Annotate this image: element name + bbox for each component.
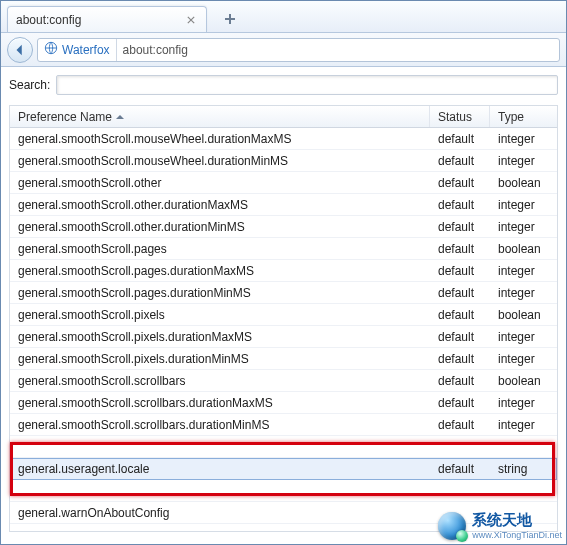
- watermark-icon: [438, 512, 466, 540]
- pref-name: general.smoothScroll.scrollbars.duration…: [10, 396, 430, 410]
- pref-name: general.smoothScroll.mouseWheel.duration…: [10, 154, 430, 168]
- pref-type: string: [490, 462, 557, 476]
- pref-name: general.useragent.locale: [10, 462, 430, 476]
- sort-ascending-icon: [112, 110, 124, 124]
- preference-row[interactable]: general.smoothScroll.pixels.durationMinM…: [10, 348, 557, 370]
- address-bar[interactable]: Waterfox about:config: [37, 38, 560, 62]
- watermark-url: www.XiTongTianDi.net: [472, 530, 562, 540]
- tab-title: about:config: [16, 13, 184, 27]
- pref-type: integer: [490, 330, 557, 344]
- navigation-toolbar: Waterfox about:config: [1, 33, 566, 67]
- pref-name: general.smoothScroll.mouseWheel.duration…: [10, 132, 430, 146]
- pref-name: general.smoothScroll.pixels: [10, 308, 430, 322]
- pref-status: default: [430, 132, 490, 146]
- pref-name: general.smoothScroll.pages: [10, 242, 430, 256]
- pref-type: boolean: [490, 242, 557, 256]
- pref-name: general.smoothScroll.other.durationMinMS: [10, 220, 430, 234]
- identity-label: Waterfox: [62, 43, 110, 57]
- pref-status: default: [430, 198, 490, 212]
- pref-status: default: [430, 154, 490, 168]
- pref-status: default: [430, 176, 490, 190]
- pref-name: general.smoothScroll.pixels.durationMinM…: [10, 352, 430, 366]
- column-preference-name[interactable]: Preference Name: [10, 106, 430, 127]
- pref-status: default: [430, 286, 490, 300]
- pref-type: boolean: [490, 308, 557, 322]
- pref-type: integer: [490, 198, 557, 212]
- pref-name: general.smoothScroll.other: [10, 176, 430, 190]
- table-body: general.smoothScroll.mouseWheel.duration…: [10, 128, 557, 524]
- pref-status: default: [430, 264, 490, 278]
- preference-row-obscured: [10, 480, 557, 502]
- pref-type: boolean: [490, 374, 557, 388]
- globe-icon: [44, 41, 58, 58]
- pref-type: integer: [490, 132, 557, 146]
- pref-type: integer: [490, 352, 557, 366]
- pref-name: general.smoothScroll.scrollbars.duration…: [10, 418, 430, 432]
- column-type[interactable]: Type: [490, 106, 557, 127]
- pref-name: general.smoothScroll.other.durationMaxMS: [10, 198, 430, 212]
- pref-type: integer: [490, 154, 557, 168]
- pref-status: default: [430, 308, 490, 322]
- pref-type: boolean: [490, 176, 557, 190]
- pref-name: general.smoothScroll.pages.durationMinMS: [10, 286, 430, 300]
- pref-status: default: [430, 352, 490, 366]
- preference-row[interactable]: general.smoothScroll.other.durationMaxMS…: [10, 194, 557, 216]
- preference-row[interactable]: general.smoothScroll.pages.durationMinMS…: [10, 282, 557, 304]
- preference-row[interactable]: general.smoothScroll.otherdefaultboolean: [10, 172, 557, 194]
- watermark: 系统天地 www.XiTongTianDi.net: [438, 511, 562, 540]
- pref-status: default: [430, 330, 490, 344]
- pref-status: default: [430, 462, 490, 476]
- pref-type: integer: [490, 220, 557, 234]
- pref-type: integer: [490, 286, 557, 300]
- pref-name: general.warnOnAboutConfig: [10, 506, 430, 520]
- preference-row[interactable]: general.smoothScroll.mouseWheel.duration…: [10, 150, 557, 172]
- pref-name: general.smoothScroll.pages.durationMaxMS: [10, 264, 430, 278]
- back-button[interactable]: [7, 37, 33, 63]
- table-header: Preference Name Status Type: [10, 106, 557, 128]
- pref-status: default: [430, 418, 490, 432]
- search-label: Search:: [9, 78, 50, 92]
- preference-row[interactable]: general.smoothScroll.pagesdefaultboolean: [10, 238, 557, 260]
- tab-strip: about:config: [1, 1, 566, 33]
- preferences-table: Preference Name Status Type general.smoo…: [9, 105, 558, 532]
- preference-row[interactable]: general.smoothScroll.scrollbars.duration…: [10, 414, 557, 436]
- pref-type: integer: [490, 396, 557, 410]
- new-tab-button[interactable]: [217, 6, 243, 32]
- pref-type: integer: [490, 264, 557, 278]
- preference-row[interactable]: general.smoothScroll.scrollbarsdefaultbo…: [10, 370, 557, 392]
- search-bar: Search:: [1, 67, 566, 105]
- pref-status: default: [430, 220, 490, 234]
- pref-status: default: [430, 242, 490, 256]
- tab-about-config[interactable]: about:config: [7, 6, 207, 32]
- pref-type: integer: [490, 418, 557, 432]
- site-identity[interactable]: Waterfox: [42, 39, 117, 61]
- preference-row-obscured: [10, 436, 557, 458]
- preference-row[interactable]: general.smoothScroll.scrollbars.duration…: [10, 392, 557, 414]
- column-label: Preference Name: [18, 110, 112, 124]
- preference-row[interactable]: general.smoothScroll.pixels.durationMaxM…: [10, 326, 557, 348]
- content-area: Search: Preference Name Status Type gene…: [1, 67, 566, 544]
- close-icon[interactable]: [184, 13, 198, 27]
- preference-row[interactable]: general.smoothScroll.pixelsdefaultboolea…: [10, 304, 557, 326]
- preference-row[interactable]: general.useragent.localedefaultstring: [10, 458, 557, 480]
- column-status[interactable]: Status: [430, 106, 490, 127]
- pref-name: general.smoothScroll.scrollbars: [10, 374, 430, 388]
- pref-status: default: [430, 396, 490, 410]
- pref-status: default: [430, 374, 490, 388]
- preference-row[interactable]: general.smoothScroll.mouseWheel.duration…: [10, 128, 557, 150]
- browser-window: about:config Waterfox about:config Searc…: [0, 0, 567, 545]
- search-input[interactable]: [56, 75, 558, 95]
- url-text: about:config: [117, 43, 194, 57]
- pref-name: general.smoothScroll.pixels.durationMaxM…: [10, 330, 430, 344]
- preference-row[interactable]: general.smoothScroll.pages.durationMaxMS…: [10, 260, 557, 282]
- column-label: Type: [498, 110, 524, 124]
- preference-row[interactable]: general.smoothScroll.other.durationMinMS…: [10, 216, 557, 238]
- watermark-title: 系统天地: [472, 511, 562, 530]
- column-label: Status: [438, 110, 472, 124]
